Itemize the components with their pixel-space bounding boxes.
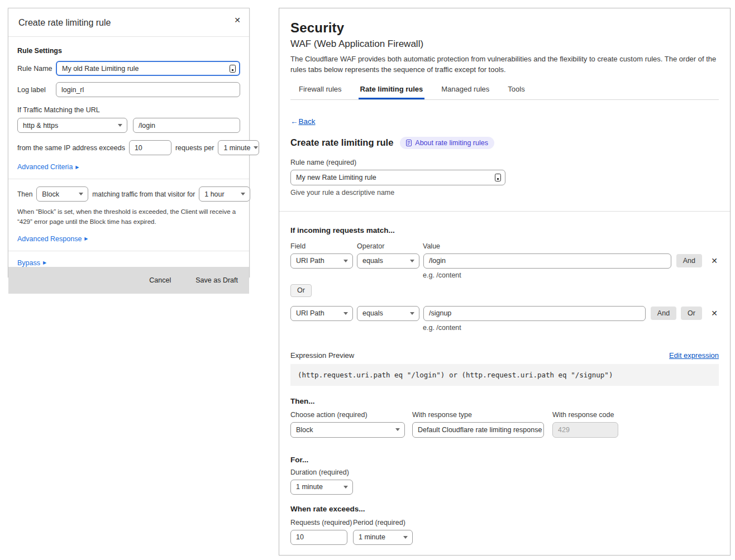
divider <box>8 179 249 179</box>
operator-select[interactable]: equals <box>357 306 419 321</box>
chevron-down-icon <box>79 193 83 195</box>
legacy-rate-limiting-dialog: Create rate limiting rule ✕ Rule Setting… <box>8 8 250 277</box>
save-as-draft-button[interactable]: Save as Draft <box>195 276 238 284</box>
value-hint: e.g. /content <box>423 324 719 332</box>
chevron-down-icon <box>343 312 348 315</box>
field-label: Field <box>290 242 357 250</box>
requests-input[interactable] <box>290 530 347 545</box>
and-button[interactable]: And <box>676 254 702 267</box>
then-section-title: Then... <box>290 397 719 405</box>
page-title: Security <box>290 20 719 36</box>
autofill-icon <box>495 174 501 181</box>
dialog-title: Create rate limiting rule <box>18 18 111 27</box>
remove-condition-icon[interactable]: ✕ <box>710 309 719 318</box>
arrow-left-icon: ← <box>290 117 298 126</box>
action-select[interactable]: Block <box>36 186 88 202</box>
divider <box>279 211 730 212</box>
requests-per-label: requests per <box>175 144 214 152</box>
response-code-input <box>552 422 618 438</box>
field-select[interactable]: URI Path <box>290 306 353 321</box>
duration-label: Duration (required) <box>290 468 719 476</box>
divider <box>8 251 249 251</box>
scheme-select[interactable]: http & https <box>17 118 127 133</box>
response-type-label: With response type <box>412 411 552 419</box>
requests-label: Requests (required) <box>290 519 353 527</box>
chevron-down-icon <box>343 486 348 489</box>
doc-icon <box>406 140 412 146</box>
chevron-down-icon <box>118 124 122 127</box>
dialog-header: Create rate limiting rule ✕ <box>8 8 249 37</box>
tab-firewall-rules[interactable]: Firewall rules <box>297 83 343 99</box>
chevron-down-icon <box>254 146 258 149</box>
bypass-link[interactable]: Bypass <box>17 259 40 267</box>
operator-label: Operator <box>357 242 423 250</box>
expression-preview-label: Expression Preview <box>290 351 354 360</box>
caret-right-icon: ▶ <box>43 260 46 265</box>
rule-name-input[interactable] <box>56 61 240 76</box>
duration-select[interactable]: 1 minute <box>290 480 353 495</box>
rule-settings-heading: Rule Settings <box>17 47 240 55</box>
period-select[interactable]: 1 minute <box>218 140 259 155</box>
remove-condition-icon[interactable]: ✕ <box>710 256 719 265</box>
action-select[interactable]: Block <box>290 422 405 438</box>
chevron-down-icon <box>343 260 348 262</box>
page-subtitle: WAF (Web Application Firewall) <box>290 39 719 50</box>
condition-row: URI Path equals And Or ✕ <box>290 306 719 321</box>
requests-input[interactable] <box>129 140 171 155</box>
waf-tabs: Firewall rules Rate limiting rules Manag… <box>290 83 719 100</box>
ban-duration-select[interactable]: 1 hour <box>199 186 250 202</box>
edit-expression-link[interactable]: Edit expression <box>669 351 719 360</box>
caret-right-icon: ▶ <box>84 236 88 241</box>
for-section-title: For... <box>290 456 719 464</box>
match-section-title: If incoming requests match... <box>290 226 719 234</box>
block-note: When “Block” is set, when the threshold … <box>17 207 240 227</box>
close-icon[interactable]: ✕ <box>234 16 241 25</box>
traffic-matching-label: If Traffic Matching the URL <box>17 106 240 114</box>
condition-row: URI Path equals And ✕ <box>290 253 719 269</box>
exceeds-label: from the same IP address exceeds <box>17 144 125 152</box>
rule-name-help: Give your rule a descriptive name <box>290 189 719 197</box>
log-label-label: Log label <box>17 86 56 94</box>
value-input[interactable] <box>423 306 646 321</box>
autofill-icon <box>230 65 236 73</box>
security-waf-panel: Security WAF (Web Application Firewall) … <box>279 8 731 556</box>
page-description: The Cloudflare WAF provides both automat… <box>290 54 719 75</box>
url-input[interactable] <box>133 118 240 133</box>
expression-code: (http.request.uri.path eq "/login") or (… <box>290 364 719 386</box>
dialog-footer: Cancel Save as Draft <box>8 267 249 294</box>
advanced-criteria-link[interactable]: Advanced Criteria <box>17 163 73 171</box>
tab-managed-rules[interactable]: Managed rules <box>440 83 491 99</box>
chevron-down-icon <box>395 428 400 431</box>
rule-name-label: Rule Name <box>17 65 56 73</box>
caret-right-icon: ▶ <box>75 165 79 170</box>
and-button[interactable]: And <box>651 307 676 320</box>
back-link[interactable]: ←Back <box>290 117 316 126</box>
about-rate-limiting-badge[interactable]: About rate limiting rules <box>400 137 494 149</box>
advanced-response-link[interactable]: Advanced Response <box>17 235 82 243</box>
response-type-select[interactable]: Default Cloudflare rate limiting respons… <box>412 422 544 438</box>
field-select[interactable]: URI Path <box>290 253 353 269</box>
tab-tools[interactable]: Tools <box>506 83 526 99</box>
choose-action-label: Choose action (required) <box>290 411 412 419</box>
value-input[interactable] <box>423 253 671 269</box>
matching-traffic-label: matching traffic from that visitor for <box>92 190 195 198</box>
log-label-input[interactable] <box>56 82 240 97</box>
form-title: Create rate limiting rule <box>290 137 393 148</box>
chevron-down-icon <box>410 260 414 262</box>
or-button[interactable]: Or <box>681 307 702 320</box>
rule-name-label: Rule name (required) <box>290 159 719 166</box>
period-label: Period (required) <box>353 519 405 527</box>
then-label: Then <box>17 190 32 198</box>
response-code-label: With response code <box>552 411 614 419</box>
chevron-down-icon <box>241 193 245 195</box>
value-label: Value <box>423 242 440 250</box>
period-select[interactable]: 1 minute <box>353 530 413 545</box>
tab-rate-limiting-rules[interactable]: Rate limiting rules <box>359 83 425 99</box>
operator-select[interactable]: equals <box>357 253 419 269</box>
cancel-button[interactable]: Cancel <box>149 276 171 284</box>
value-hint: e.g. /content <box>423 271 719 279</box>
rate-section-title: When rate exceeds... <box>290 505 719 513</box>
rule-name-input[interactable] <box>290 170 505 185</box>
chevron-down-icon <box>410 312 414 315</box>
or-button[interactable]: Or <box>290 284 312 297</box>
